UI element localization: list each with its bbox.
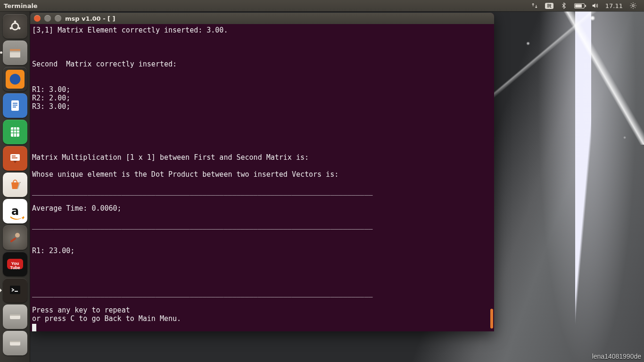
keyboard-layout-indicator[interactable]: It bbox=[542, 0, 556, 11]
file-manager-icon bbox=[8, 45, 23, 60]
external-drive-icon bbox=[8, 309, 23, 324]
active-app-title: Terminale bbox=[4, 2, 38, 9]
launcher-drive-1[interactable] bbox=[3, 304, 27, 329]
volume-icon bbox=[591, 2, 599, 9]
launcher-loimpress[interactable] bbox=[3, 146, 27, 171]
battery-icon bbox=[574, 3, 585, 8]
sound-indicator[interactable] bbox=[588, 0, 602, 11]
launcher-system-settings[interactable] bbox=[3, 225, 27, 250]
clock-text: 17.11 bbox=[605, 2, 623, 9]
external-drive-icon bbox=[8, 336, 23, 351]
launcher-terminal[interactable] bbox=[3, 278, 27, 303]
wrench-gear-icon bbox=[8, 230, 23, 245]
battery-indicator[interactable] bbox=[571, 0, 588, 11]
ubuntu-logo-icon bbox=[8, 19, 23, 34]
wallpaper-watermark: lena14081990de bbox=[592, 353, 641, 360]
terminal-window: msp v1.00 - [ ] [3,1] Matrix Element cor… bbox=[30, 13, 494, 331]
unity-launcher: a You Tube bbox=[0, 11, 30, 362]
svg-rect-9 bbox=[13, 103, 17, 104]
svg-point-2 bbox=[14, 21, 17, 23]
top-panel: Terminale It 17.11 bbox=[0, 0, 644, 11]
document-icon bbox=[8, 98, 23, 113]
svg-rect-10 bbox=[13, 105, 17, 106]
session-indicator[interactable] bbox=[626, 0, 640, 11]
svg-rect-14 bbox=[12, 156, 16, 156]
launcher-drive-2[interactable] bbox=[3, 331, 27, 355]
spreadsheet-icon bbox=[8, 124, 23, 140]
svg-rect-26 bbox=[10, 341, 20, 342]
svg-rect-24 bbox=[10, 314, 20, 316]
amazon-icon: a bbox=[11, 205, 19, 218]
svg-point-3 bbox=[18, 27, 21, 30]
window-titlebar[interactable]: msp v1.00 - [ ] bbox=[30, 13, 494, 24]
launcher-youtube[interactable]: You Tube bbox=[3, 252, 27, 276]
svg-rect-21 bbox=[10, 286, 20, 294]
svg-point-4 bbox=[10, 27, 12, 30]
firefox-icon bbox=[6, 70, 25, 89]
clock[interactable]: 17.11 bbox=[602, 0, 626, 11]
svg-rect-12 bbox=[11, 127, 19, 137]
window-minimize-button[interactable] bbox=[44, 15, 51, 22]
svg-rect-7 bbox=[10, 51, 20, 52]
bluetooth-icon bbox=[560, 2, 568, 9]
svg-rect-15 bbox=[12, 157, 17, 158]
window-close-button[interactable] bbox=[34, 15, 41, 22]
window-maximize-button[interactable] bbox=[55, 15, 61, 22]
launcher-firefox[interactable] bbox=[3, 67, 27, 91]
network-updown-icon bbox=[531, 2, 538, 9]
keyboard-layout-label: It bbox=[545, 3, 553, 9]
launcher-localc[interactable] bbox=[3, 120, 27, 144]
svg-point-0 bbox=[632, 5, 634, 7]
presentation-icon bbox=[8, 151, 23, 166]
terminal-viewport[interactable]: [3,1] Matrix Element correctly inserted:… bbox=[30, 24, 494, 331]
network-indicator[interactable] bbox=[528, 0, 542, 11]
window-title: msp v1.00 - [ ] bbox=[65, 15, 116, 22]
svg-rect-17 bbox=[10, 237, 17, 242]
bluetooth-indicator[interactable] bbox=[557, 0, 571, 11]
terminal-output: [3,1] Matrix Element correctly inserted:… bbox=[32, 26, 372, 323]
svg-point-16 bbox=[15, 233, 20, 238]
launcher-dash[interactable] bbox=[3, 14, 27, 39]
launcher-software-center[interactable] bbox=[3, 173, 27, 197]
terminal-cursor bbox=[32, 324, 36, 331]
gear-icon bbox=[629, 2, 637, 9]
shopping-bag-icon bbox=[8, 177, 23, 192]
svg-point-1 bbox=[12, 23, 18, 30]
youtube-icon: You Tube bbox=[6, 257, 25, 271]
svg-text:Tube: Tube bbox=[10, 265, 20, 270]
launcher-files[interactable] bbox=[3, 41, 27, 65]
svg-rect-11 bbox=[13, 107, 16, 107]
launcher-lowriter[interactable] bbox=[3, 93, 27, 118]
svg-rect-22 bbox=[15, 291, 18, 292]
terminal-scrollbar-thumb[interactable] bbox=[490, 309, 493, 329]
amazon-smile-icon bbox=[9, 215, 25, 221]
terminal-icon bbox=[8, 283, 23, 298]
launcher-amazon[interactable]: a bbox=[3, 199, 27, 223]
